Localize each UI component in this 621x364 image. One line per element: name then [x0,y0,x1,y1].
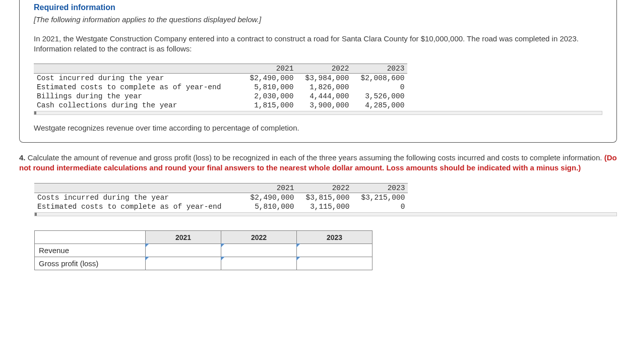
answer-row-revenue: Revenue [35,244,372,257]
scrollbar-thumb[interactable] [35,213,37,216]
info-panel: Required information [The following info… [19,0,617,143]
gross-profit-2023-input[interactable] [297,257,372,270]
table-row: Costs incurred during the year $2,490,00… [34,193,408,203]
scrollbar-thumb[interactable] [34,111,36,114]
answer-grid-wrap: 2021 2022 2023 Revenue Gross profit (los… [34,230,617,270]
answer-col-2022: 2022 [221,231,297,244]
answer-grid: 2021 2022 2023 Revenue Gross profit (los… [34,230,372,270]
table-row: Cost incurred during the year $2,490,000… [34,73,407,83]
cell-handle-icon [296,244,300,248]
alt-cost-table-wrap: 2021 2022 2023 Costs incurred during the… [34,183,617,216]
table-row: Estimated costs to complete as of year-e… [34,83,407,92]
table-header-row: 2021 2022 2023 [34,64,407,73]
h-scrollbar[interactable] [34,111,602,115]
cell-handle-icon [145,244,149,248]
contract-data-table: 2021 2022 2023 Cost incurred during the … [34,64,407,110]
revenue-2021-input[interactable] [146,244,221,257]
blank-corner [35,231,146,244]
col-2022: 2022 [296,64,352,73]
left-margin-rail [4,0,11,270]
question-plain: Calculate the amount of revenue and gros… [26,153,604,162]
gross-profit-2022-input[interactable] [221,257,297,270]
intro-paragraph: In 2021, the Westgate Construction Compa… [34,34,602,54]
row-label-gross-profit: Gross profit (loss) [35,257,146,270]
answer-header-row: 2021 2022 2023 [35,231,372,244]
cell-handle-icon [221,257,225,261]
revenue-2023-input[interactable] [297,244,372,257]
question-text: 4. Calculate the amount of revenue and g… [19,153,617,173]
row-label-revenue: Revenue [35,244,146,257]
col-blank [34,64,241,73]
col-2021: 2021 [241,64,296,73]
table-row: Cash collections during the year 1,815,0… [34,101,407,110]
h-scrollbar[interactable] [34,212,617,216]
cell-handle-icon [145,257,149,261]
applies-note: [The following information applies to th… [34,15,602,24]
required-info-heading: Required information [34,3,602,12]
question-number: 4. [19,153,26,162]
col-2023: 2023 [352,64,407,73]
table-row: Billings during the year 2,030,000 4,444… [34,92,407,101]
closing-paragraph: Westgate recognizes revenue over time ac… [34,123,602,133]
cell-handle-icon [296,257,300,261]
answer-col-2021: 2021 [146,231,221,244]
gross-profit-2021-input[interactable] [146,257,221,270]
cell-handle-icon [221,244,225,248]
answer-col-2023: 2023 [297,231,372,244]
answer-row-gross-profit: Gross profit (loss) [35,257,372,270]
alt-cost-table: 2021 2022 2023 Costs incurred during the… [34,183,408,211]
table-row: Estimated costs to complete as of year-e… [34,202,408,211]
table-header-row: 2021 2022 2023 [34,184,408,193]
revenue-2022-input[interactable] [221,244,297,257]
question-block: 4. Calculate the amount of revenue and g… [19,153,617,271]
contract-data-table-wrap: 2021 2022 2023 Cost incurred during the … [34,64,602,115]
